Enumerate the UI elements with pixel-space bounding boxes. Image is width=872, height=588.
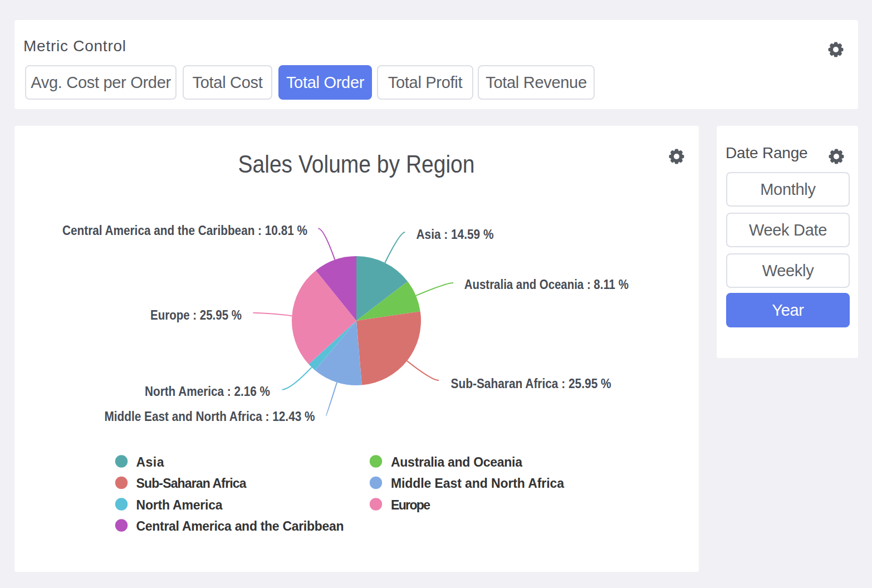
svg-text:North America : 2.16 %: North America : 2.16 % bbox=[145, 384, 270, 399]
svg-text:Europe : 25.95 %: Europe : 25.95 % bbox=[150, 308, 242, 322]
svg-text:Asia : 14.59 %: Asia : 14.59 % bbox=[417, 227, 494, 242]
svg-text:Middle East and North Africa: Middle East and North Africa bbox=[391, 476, 564, 491]
svg-text:Asia: Asia bbox=[136, 455, 164, 469]
svg-text:Australia and Oceania: Australia and Oceania bbox=[391, 455, 522, 469]
svg-text:Sub-Saharan Africa : 25.95 %: Sub-Saharan Africa : 25.95 % bbox=[451, 376, 611, 391]
svg-text:Europe: Europe bbox=[391, 498, 430, 512]
svg-text:Central America and the Caribb: Central America and the Caribbean : 10.8… bbox=[62, 223, 307, 238]
svg-text:Australia and Oceania : 8.11 %: Australia and Oceania : 8.11 % bbox=[464, 277, 629, 292]
svg-text:Central America and the Caribb: Central America and the Caribbean bbox=[136, 519, 344, 533]
svg-text:Sales Volume by Region: Sales Volume by Region bbox=[238, 150, 475, 178]
svg-text:Sub-Saharan Africa: Sub-Saharan Africa bbox=[136, 476, 247, 491]
svg-text:Middle East and North Africa :: Middle East and North Africa : 12.43 % bbox=[105, 409, 315, 424]
svg-text:North America: North America bbox=[136, 498, 223, 512]
